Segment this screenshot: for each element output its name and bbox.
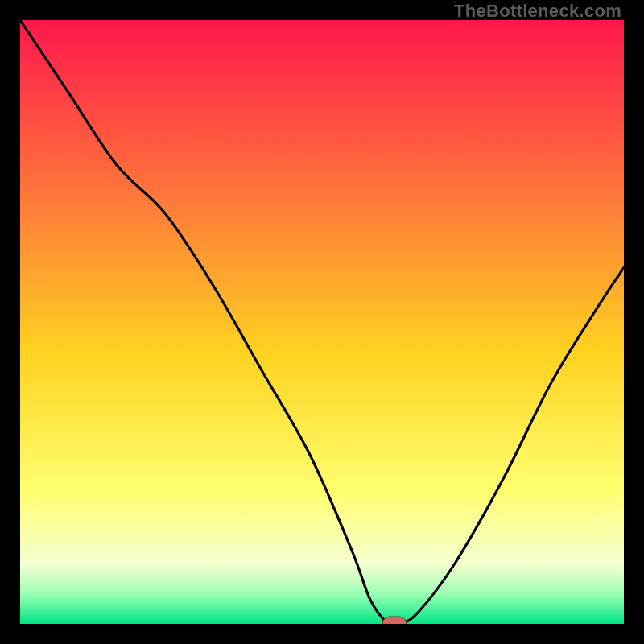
bottleneck-chart — [20, 20, 624, 624]
optimal-point-marker — [382, 617, 407, 624]
gradient-background — [20, 20, 624, 624]
watermark-text: TheBottleneck.com — [454, 1, 621, 22]
chart-area — [20, 20, 624, 624]
